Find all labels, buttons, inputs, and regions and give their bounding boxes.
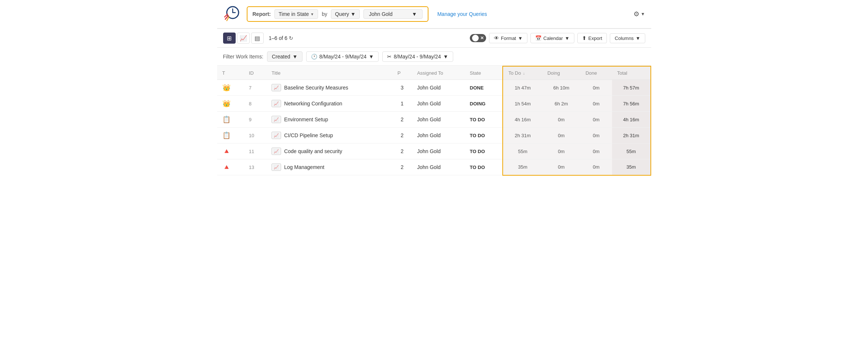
cone-orange-icon: 🔺 <box>222 163 230 171</box>
cell-state: DOING <box>465 96 503 112</box>
count-text: 1–6 of 6 <box>269 35 288 41</box>
cell-todo: 4h 16m <box>503 112 542 128</box>
cell-total: 35m <box>612 159 651 175</box>
date-range-1-arrow: ▼ <box>369 54 374 60</box>
cell-todo: 1h 54m <box>503 96 542 112</box>
cell-doing: 0m <box>542 112 580 128</box>
cell-priority: 2 <box>392 159 412 175</box>
cell-id: 8 <box>244 96 266 112</box>
cell-type: 📋 <box>217 112 244 128</box>
cell-type: 🔺 <box>217 159 244 175</box>
cell-doing: 0m <box>542 159 580 175</box>
scissors-icon: ✂ <box>387 54 392 60</box>
calendar-button[interactable]: 📅 Calendar ▼ <box>530 33 574 43</box>
cell-total: 55m <box>612 143 651 159</box>
col-title: Title <box>266 66 392 80</box>
cell-done: 0m <box>580 159 612 175</box>
chart-view-button[interactable]: 📈 <box>237 33 250 44</box>
query-arrow: ▼ <box>351 11 356 17</box>
export-button[interactable]: ⬆ Export <box>577 33 607 43</box>
clipboard-icon: 📋 <box>222 132 230 139</box>
cell-title: 📈 Baseline Security Measures <box>266 80 392 96</box>
table-row: 🔺 13 📈 Log Management 2 John Gold TO DO … <box>217 159 651 175</box>
cell-type: 👑 <box>217 80 244 96</box>
toggle-button[interactable]: ✕ <box>470 34 486 42</box>
cell-done: 0m <box>580 80 612 96</box>
toolbar-right: ✕ 👁 Format ▼ 📅 Calendar ▼ ⬆ Export Colum… <box>470 33 645 43</box>
table-row: 📋 9 📈 Environment Setup 2 John Gold TO D… <box>217 112 651 128</box>
table-row: 📋 10 📈 CI/CD Pipeline Setup 2 John Gold … <box>217 128 651 143</box>
cell-priority: 3 <box>392 80 412 96</box>
cell-total: 4h 16m <box>612 112 651 128</box>
cell-assigned: John Gold <box>412 96 465 112</box>
table-row: 🔺 11 📈 Code quality and security 2 John … <box>217 143 651 159</box>
user-value: John Gold <box>369 11 393 17</box>
cell-assigned: John Gold <box>412 143 465 159</box>
cell-priority: 1 <box>392 96 412 112</box>
item-chart-icon[interactable]: 📈 <box>271 163 281 171</box>
cell-state: TO DO <box>465 112 503 128</box>
list-view-button[interactable]: ▤ <box>251 33 264 44</box>
cell-assigned: John Gold <box>412 80 465 96</box>
work-items-table: T ID Title P Assigned To State To Do ↓ D… <box>217 66 651 176</box>
table-header-row: T ID Title P Assigned To State To Do ↓ D… <box>217 66 651 80</box>
header-settings: ⚙ ▼ <box>633 10 645 18</box>
calendar-filter-icon: 🕐 <box>311 54 317 60</box>
query-select[interactable]: Query ▼ <box>331 9 360 19</box>
item-chart-icon[interactable]: 📈 <box>271 116 281 123</box>
grid-view-button[interactable]: ⊞ <box>223 33 236 44</box>
cell-done: 0m <box>580 112 612 128</box>
cell-title: 📈 Code quality and security <box>266 143 392 159</box>
date-range-2-value: 8/May/24 - 9/May/24 <box>394 54 441 60</box>
manage-queries-link[interactable]: Manage your Queries <box>437 11 487 17</box>
columns-arrow: ▼ <box>636 36 640 41</box>
settings-button[interactable]: ⚙ ▼ <box>633 10 645 18</box>
col-priority: P <box>392 66 412 80</box>
report-type-select[interactable]: Time in State ▼ <box>274 9 318 19</box>
col-state: State <box>465 66 503 80</box>
cell-title: 📈 CI/CD Pipeline Setup <box>266 128 392 143</box>
calendar-icon: 📅 <box>535 35 541 41</box>
cell-id: 7 <box>244 80 266 96</box>
date-range-filter-2[interactable]: ✂ 8/May/24 - 9/May/24 ▼ <box>382 51 453 62</box>
count-info: 1–6 of 6 ↻ <box>269 35 294 41</box>
col-total: Total <box>612 66 651 80</box>
item-chart-icon[interactable]: 📈 <box>271 84 281 91</box>
item-chart-icon[interactable]: 📈 <box>271 148 281 155</box>
cell-priority: 2 <box>392 128 412 143</box>
refresh-icon[interactable]: ↻ <box>289 35 293 41</box>
report-label: Report: <box>253 11 271 17</box>
user-select[interactable]: John Gold ▼ <box>363 9 423 19</box>
toggle-x: ✕ <box>480 36 484 41</box>
view-buttons: ⊞ 📈 ▤ <box>223 33 264 44</box>
cell-priority: 2 <box>392 143 412 159</box>
columns-label: Columns <box>615 36 633 41</box>
item-title: Environment Setup <box>284 116 328 122</box>
state-filter-select[interactable]: Created ▼ <box>267 51 303 62</box>
columns-button[interactable]: Columns ▼ <box>610 33 645 43</box>
item-title: Log Management <box>284 164 324 170</box>
crown-icon: 👑 <box>222 84 230 91</box>
cell-type: 🔺 <box>217 143 244 159</box>
date-range-filter-1[interactable]: 🕐 8/May/24 - 9/May/24 ▼ <box>306 51 379 62</box>
cell-id: 9 <box>244 112 266 128</box>
format-button[interactable]: 👁 Format ▼ <box>489 33 527 43</box>
item-chart-icon[interactable]: 📈 <box>271 132 281 139</box>
toolbar: ⊞ 📈 ▤ 1–6 of 6 ↻ ✕ 👁 Format ▼ 📅 Calendar… <box>217 29 651 48</box>
cell-todo: 2h 31m <box>503 128 542 143</box>
item-chart-icon[interactable]: 📈 <box>271 100 281 107</box>
cell-state: TO DO <box>465 159 503 175</box>
state-filter-arrow: ▼ <box>293 54 298 60</box>
cell-state: TO DO <box>465 143 503 159</box>
cell-id: 10 <box>244 128 266 143</box>
cell-type: 📋 <box>217 128 244 143</box>
cell-assigned: John Gold <box>412 112 465 128</box>
state-filter-value: Created <box>272 54 290 60</box>
format-label: Format <box>501 36 516 41</box>
col-type: T <box>217 66 244 80</box>
cone-purple-icon: 🔺 <box>222 148 230 155</box>
cell-total: 2h 31m <box>612 128 651 143</box>
cell-priority: 2 <box>392 112 412 128</box>
col-done: Done <box>580 66 612 80</box>
cell-total: 7h 57m <box>612 80 651 96</box>
